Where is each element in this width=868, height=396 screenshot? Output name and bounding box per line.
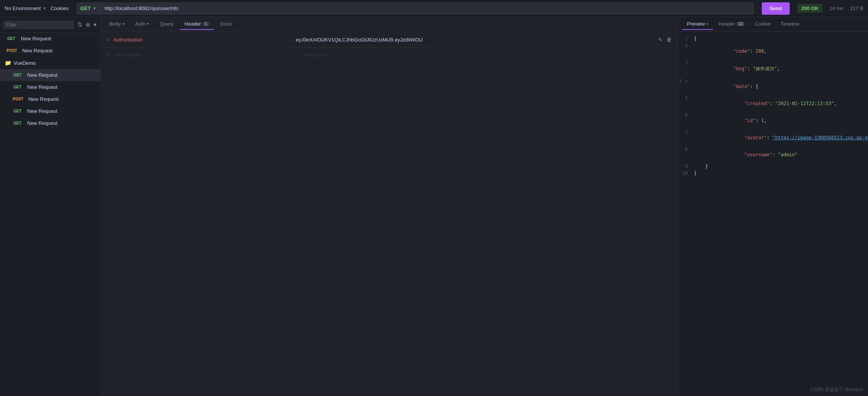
delete-icon[interactable]: 🗑 — [666, 36, 673, 43]
code-line: 9 } — [678, 163, 868, 170]
cookies-button[interactable]: Cookies — [50, 5, 69, 11]
header-table: ≡ Authorization eyJ0eXAiOiJKV1QiLCJhbGci… — [101, 32, 678, 396]
request-label: New Request — [22, 48, 52, 54]
url-input[interactable] — [101, 5, 754, 11]
header-value: eyJ0eXAiOiJKV1QiLCJhbGciOiJIUzUxMiJ9.eyJ… — [296, 37, 653, 43]
drag-handle-icon[interactable]: ≡ — [106, 36, 109, 43]
method-badge-post: POST — [5, 48, 19, 53]
code-line: 10 } — [678, 170, 868, 177]
new-header-value[interactable]: New value — [304, 52, 673, 58]
header-key: Authorization — [113, 37, 292, 43]
sidebar-action-icons: ⇅ ⊕ ▾ — [76, 20, 97, 29]
sidebar-filter: ⇅ ⊕ ▾ — [0, 17, 100, 33]
method-badge-get: GET — [11, 109, 24, 114]
list-item[interactable]: GET New Request — [0, 33, 100, 45]
collection-header[interactable]: 📁 VueDemo — [0, 57, 100, 69]
method-selector[interactable]: GET ▼ — [76, 5, 101, 11]
send-button[interactable]: Send — [762, 2, 790, 15]
main-layout: ⇅ ⊕ ▾ GET New Request POST New Request 📁… — [0, 17, 868, 396]
sort-icon[interactable]: ⇅ — [76, 20, 83, 29]
filter-input[interactable] — [3, 21, 74, 29]
tab-timeline[interactable]: Timeline — [776, 19, 804, 30]
code-line: 5 "created": "2021-01-12T22:13:53", — [678, 95, 868, 112]
new-header-key[interactable]: New header — [115, 52, 300, 58]
tab-header[interactable]: Header 1 — [180, 19, 214, 30]
code-line: 4 ▾ "data": { — [678, 78, 868, 95]
chevron-down-icon: ▾ — [147, 22, 149, 26]
chevron-down-icon: ▾ — [123, 22, 124, 26]
code-line: 7 "avatar": "https://image-1300566513.co… — [678, 129, 868, 146]
tab-auth[interactable]: Auth ▾ — [131, 19, 154, 30]
code-line: 8 "username": "admin" — [678, 146, 868, 163]
request-tab-bar: Body ▾ Auth ▾ Query Header 1 Docs — [101, 17, 678, 32]
tab-query[interactable]: Query — [155, 19, 178, 30]
list-item[interactable]: GET New Request — [0, 105, 100, 117]
table-row: ≡ Authorization eyJ0eXAiOiJKV1QiLCJhbGci… — [101, 32, 678, 48]
tab-body[interactable]: Body ▾ — [105, 19, 129, 30]
chevron-down-icon[interactable]: ▾ — [93, 20, 97, 29]
request-label: New Request — [27, 72, 57, 78]
request-label: New Request — [21, 36, 51, 42]
chevron-down-icon: ▼ — [93, 6, 97, 10]
code-line: 6 "id": 1, — [678, 112, 868, 129]
method-badge-get: GET — [11, 73, 24, 78]
request-label: New Request — [27, 120, 57, 126]
method-badge-get: GET — [11, 121, 24, 126]
response-panel: Preview ▾ Header 12 Cookie Timeline 1 { … — [678, 17, 868, 396]
header-actions: ✎ 🗑 — [657, 36, 673, 43]
list-item[interactable]: GET New Request — [0, 69, 100, 81]
code-line: 2 "code": 200, — [678, 43, 868, 60]
response-time: 14 ms — [830, 5, 843, 11]
list-item[interactable]: POST New Request — [0, 93, 100, 105]
add-icon[interactable]: ⊕ — [85, 20, 91, 29]
response-size: 217 B — [850, 5, 863, 11]
code-line: 3 "msg": "操作成功", — [678, 60, 868, 78]
method-badge-get: GET — [11, 85, 24, 90]
sidebar: ⇅ ⊕ ▾ GET New Request POST New Request 📁… — [0, 17, 101, 396]
method-badge-get: GET — [5, 36, 18, 41]
method-label: GET — [80, 5, 91, 11]
chevron-down-icon: ▼ — [43, 6, 47, 10]
tab-response-header[interactable]: Header 12 — [714, 19, 749, 30]
url-bar: GET ▼ — [76, 2, 754, 15]
environment-selector[interactable]: No Environment ▼ — [5, 5, 47, 11]
list-item[interactable]: POST New Request — [0, 45, 100, 57]
request-label: New Request — [27, 108, 57, 114]
request-label: New Request — [27, 84, 57, 90]
edit-icon[interactable]: ✎ — [657, 36, 663, 43]
tab-preview[interactable]: Preview ▾ — [682, 19, 713, 30]
new-header-row: ⚙ New header New value — [101, 48, 678, 62]
request-label: New Request — [28, 96, 59, 102]
tab-cookie[interactable]: Cookie — [750, 19, 775, 30]
gear-icon: ⚙ — [106, 52, 111, 58]
list-item[interactable]: GET New Request — [0, 117, 100, 129]
watermark: CSDN @蓝盒子 itbluebox — [810, 386, 863, 393]
list-item[interactable]: GET New Request — [0, 81, 100, 93]
code-view: 1 { 2 "code": 200, 3 "msg": "操作成功", 4 ▾ — [678, 32, 868, 396]
environment-label: No Environment — [5, 5, 41, 11]
folder-icon: 📁 — [5, 60, 11, 66]
collection-name: VueDemo — [14, 60, 36, 66]
response-tab-bar: Preview ▾ Header 12 Cookie Timeline — [678, 17, 868, 32]
chevron-down-icon: ▾ — [706, 22, 708, 26]
request-panel: Body ▾ Auth ▾ Query Header 1 Docs ≡ Auth — [101, 17, 678, 396]
status-badge: 200 OK — [797, 4, 823, 13]
code-line: 1 { — [678, 36, 868, 43]
top-bar: No Environment ▼ Cookies GET ▼ Send 200 … — [0, 0, 868, 17]
method-badge-post: POST — [11, 97, 25, 102]
tab-docs[interactable]: Docs — [216, 19, 236, 30]
